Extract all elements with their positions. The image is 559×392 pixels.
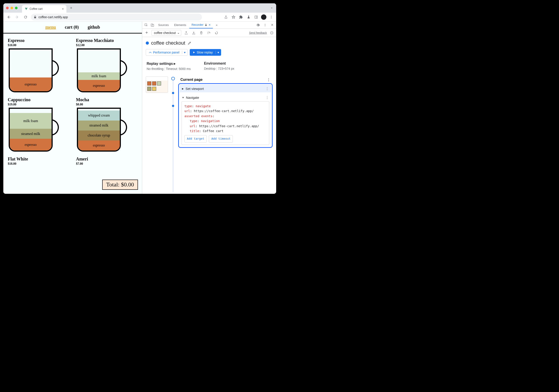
timeline-node[interactable] <box>172 105 174 107</box>
devtools-menu-icon[interactable] <box>262 22 268 28</box>
product-cappuccino[interactable]: Cappuccino $19.00 milk foam steamed milk… <box>8 97 69 152</box>
content-area: menu cart (0) github Espresso $10.00 esp… <box>3 22 276 194</box>
timeline-node[interactable] <box>171 77 175 80</box>
gauge-icon <box>149 51 152 54</box>
nav-github-link[interactable]: github <box>88 25 100 30</box>
recorder-body: coffee checkout Performance panel ▾ Slow… <box>142 37 276 194</box>
webpage: menu cart (0) github Espresso $10.00 esp… <box>3 22 142 194</box>
layer-espresso: espresso <box>10 139 52 151</box>
inspect-element-icon[interactable] <box>144 22 149 28</box>
side-panel-icon[interactable] <box>253 14 259 20</box>
slow-replay-button[interactable]: Slow replay ▾ <box>190 49 221 56</box>
bookmark-star-icon[interactable] <box>231 14 236 20</box>
layer-espresso: espresso <box>78 141 120 151</box>
close-tab-icon[interactable]: × <box>62 7 64 11</box>
close-devtools-icon[interactable]: × <box>270 22 275 28</box>
collapse-icon[interactable]: ▶ <box>182 88 184 90</box>
edit-title-icon[interactable] <box>187 41 192 45</box>
svg-rect-0 <box>255 16 258 18</box>
device-toolbar-icon[interactable] <box>150 22 155 28</box>
product-price: $8.00 <box>76 103 138 106</box>
flask-icon <box>205 24 207 26</box>
step-menu-icon[interactable]: ⋮ <box>267 78 270 82</box>
tab-overflow-icon[interactable] <box>270 6 273 10</box>
cup-graphic: espresso <box>8 48 59 93</box>
layer-espresso: espresso <box>78 80 120 91</box>
product-macchiato[interactable]: Espresso Macchiato $12.00 milk foam espr… <box>76 38 138 93</box>
browser-tab[interactable]: Coffee cart × <box>22 5 66 13</box>
reload-button[interactable] <box>22 14 29 20</box>
tab-sources[interactable]: Sources <box>156 22 171 28</box>
browser-toolbar: coffee-cart.netlify.app <box>3 13 276 22</box>
step-over-icon[interactable] <box>206 30 212 36</box>
new-tab-button[interactable]: + <box>68 5 74 11</box>
cart-total[interactable]: Total: $0.00 <box>102 179 138 190</box>
add-timeout-button[interactable]: Add timeout <box>209 135 233 143</box>
svg-point-10 <box>265 26 265 26</box>
layer-espresso: espresso <box>10 78 52 91</box>
chrome-menu-icon[interactable] <box>269 14 274 20</box>
address-bar[interactable]: coffee-cart.netlify.app <box>31 14 202 20</box>
timeline: Current page ⋮ ▶ Set viewport ⋮ <box>146 76 273 148</box>
recording-title: coffee checkout <box>151 40 185 46</box>
settings-row: Replay settings ▸ No throttlingTimeout: … <box>146 60 273 72</box>
more-tabs-icon[interactable]: » <box>214 22 220 28</box>
tab-title: Coffee cart <box>29 7 60 10</box>
product-mocha[interactable]: Mocha $8.00 whipped cream steamed milk c… <box>76 97 138 152</box>
delete-icon[interactable] <box>199 30 204 36</box>
maximize-window-button[interactable] <box>15 7 18 9</box>
back-button[interactable] <box>6 14 12 20</box>
step-menu-icon[interactable]: ⋮ <box>266 96 269 99</box>
nav-cart-link[interactable]: cart (0) <box>65 25 79 30</box>
timeline-node-selected[interactable] <box>172 92 174 94</box>
recording-selector[interactable]: coffee checkout <box>151 30 181 36</box>
minimize-window-button[interactable] <box>10 7 13 9</box>
add-target-button[interactable]: Add target <box>184 135 207 143</box>
step-detail: type: navigate url: https://coffee-cart.… <box>182 101 269 145</box>
svg-point-2 <box>271 16 271 16</box>
send-feedback-link[interactable]: Send feedback <box>249 31 267 34</box>
continue-icon[interactable] <box>214 30 219 36</box>
step-set-viewport[interactable]: ▶ Set viewport ⋮ <box>180 85 271 92</box>
product-name: Espresso <box>8 38 69 43</box>
new-recording-icon[interactable]: + <box>144 30 149 36</box>
settings-gear-icon[interactable] <box>255 22 261 28</box>
svg-point-9 <box>265 25 265 25</box>
expand-icon[interactable]: ▼ <box>182 96 184 99</box>
chevron-down-icon[interactable]: ▾ <box>215 51 221 54</box>
chevron-down-icon[interactable]: ▾ <box>182 51 187 54</box>
extensions-puzzle-icon[interactable] <box>238 14 244 20</box>
tab-recorder[interactable]: Recorder × <box>189 22 213 28</box>
profile-avatar-icon[interactable] <box>261 14 266 20</box>
forward-button[interactable] <box>14 14 20 20</box>
step-navigate[interactable]: ▼ Navigate ⋮ type: navigate url: https:/… <box>180 94 271 145</box>
step-thumbnail[interactable] <box>146 76 168 93</box>
export-icon[interactable] <box>184 30 189 36</box>
svg-text:?: ? <box>271 32 272 34</box>
tab-elements[interactable]: Elements <box>172 22 188 28</box>
svg-point-8 <box>265 24 265 24</box>
product-flat-white[interactable]: Flat White $18.00 <box>8 157 69 166</box>
titlebar: Coffee cart × + <box>3 3 276 13</box>
layer-steamed-milk: steamed milk <box>78 121 120 131</box>
replay-settings[interactable]: Replay settings ▸ No throttlingTimeout: … <box>147 62 191 71</box>
product-americano[interactable]: Ameri $7.00 <box>76 157 138 166</box>
nav-menu-link[interactable]: menu <box>45 25 56 30</box>
product-price: $10.00 <box>8 44 69 47</box>
product-espresso[interactable]: Espresso $10.00 espresso <box>8 38 69 93</box>
labs-flask-icon[interactable] <box>246 14 251 20</box>
import-icon[interactable] <box>191 30 196 36</box>
traffic-lights <box>6 7 18 9</box>
help-icon[interactable]: ? <box>269 30 274 36</box>
close-window-button[interactable] <box>6 7 9 9</box>
vue-favicon-icon <box>25 7 28 10</box>
product-price: $7.00 <box>76 162 138 166</box>
performance-panel-button[interactable]: Performance panel ▾ <box>146 49 187 56</box>
close-panel-icon[interactable]: × <box>209 23 210 27</box>
layer-milk-foam: milk foam <box>10 113 52 129</box>
step-menu-icon[interactable]: ⋮ <box>266 87 269 90</box>
svg-rect-7 <box>152 24 154 27</box>
layer-steamed-milk: steamed milk <box>10 129 52 139</box>
environment-info: Environment Desktop723×574 px <box>204 62 234 71</box>
share-icon[interactable] <box>223 14 229 20</box>
